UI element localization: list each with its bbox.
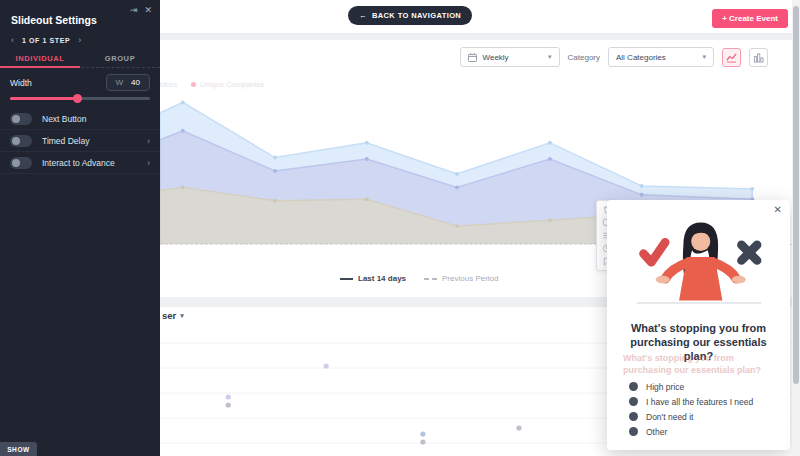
toggle-label: Next Button [42, 114, 86, 124]
width-value: 40 [131, 78, 140, 87]
panel-title: Slideout Settings [11, 14, 97, 26]
toggle-knob [12, 137, 20, 145]
show-button[interactable]: SHOW [0, 442, 37, 456]
interact-to-advance-toggle[interactable] [10, 157, 32, 169]
toggle-knob [12, 159, 20, 167]
tab-individual[interactable]: INDIVIDUAL [0, 50, 80, 67]
face [691, 232, 710, 251]
vertical-scrollbar[interactable] [792, 0, 800, 456]
toggle-row-interact-advance: Interact to Advance › [0, 152, 160, 174]
step-navigator: ‹ 1 OF 1 STEP › [11, 36, 81, 45]
create-event-label: + Create Event [722, 14, 778, 23]
timed-delay-toggle[interactable] [10, 135, 32, 147]
panel-window-controls: ⇥ ✕ [130, 6, 152, 15]
create-event-button[interactable]: + Create Event [712, 9, 788, 28]
legend-previous-label: Previous Period [442, 274, 498, 283]
close-panel-icon[interactable]: ✕ [144, 6, 152, 15]
category-label: Category [568, 53, 600, 62]
checkmark-icon [643, 242, 665, 262]
toggle-row-timed-delay: Timed Delay › [0, 130, 160, 152]
back-arrow-icon: ← [359, 11, 367, 20]
survey-question-ghost: What's stopping you from purchasing our … [623, 353, 774, 376]
right-hand [731, 276, 745, 284]
survey-option[interactable]: High price [629, 379, 780, 394]
next-step-icon[interactable]: › [78, 36, 81, 45]
panel-tabs: INDIVIDUAL GROUP [0, 50, 160, 68]
back-button-label: BACK TO NAVIGATION [372, 11, 461, 20]
step-label: 1 OF 1 STEP [22, 37, 70, 44]
left-hand [655, 276, 669, 284]
chevron-right-icon[interactable]: › [147, 158, 150, 168]
chevron-down-icon: ▾ [548, 53, 552, 61]
chevron-down-icon: ▾ [702, 53, 706, 61]
next-button-toggle[interactable] [10, 113, 32, 125]
back-to-navigation-button[interactable]: ← BACK TO NAVIGATION [348, 6, 472, 25]
option-label: Don't need it [646, 412, 693, 422]
survey-option[interactable]: I have all the features I need [629, 394, 780, 409]
line-chart-icon [726, 52, 737, 63]
chevron-down-icon: ▾ [180, 312, 184, 320]
legend-label: Unique Companies [200, 80, 264, 89]
toggle-row-next-button: Next Button [0, 108, 160, 130]
toggle-label: Timed Delay [42, 136, 89, 146]
period-legend: Last 14 days Previous Period [340, 274, 499, 283]
calendar-icon [468, 53, 477, 62]
option-label: I have all the features I need [646, 397, 753, 407]
option-label: Other [646, 427, 667, 437]
scrollbar-thumb[interactable] [793, 6, 799, 384]
width-label: Width [10, 78, 32, 88]
radio-dot [629, 397, 638, 406]
survey-option[interactable]: Don't need it [629, 409, 780, 424]
legend-dot [191, 82, 196, 87]
bar-chart-toggle-button[interactable] [749, 48, 768, 67]
width-control-row: Width W 40 [10, 74, 150, 91]
line-chart-toggle-button[interactable] [722, 48, 741, 67]
tab-group[interactable]: GROUP [80, 50, 160, 67]
option-label: High price [646, 382, 684, 392]
period-value: Weekly [483, 53, 509, 62]
width-unit: W [116, 78, 124, 87]
prev-step-icon[interactable]: ‹ [11, 36, 14, 45]
width-value-input[interactable]: W 40 [106, 74, 150, 91]
survey-popup: ✕ What's stopping you from purchasing ou… [607, 200, 790, 450]
slider-fill [10, 97, 77, 100]
radio-dot [629, 412, 638, 421]
solid-line-swatch [340, 278, 353, 280]
bar-chart-icon [753, 52, 764, 63]
shrugging-woman-illustration [621, 212, 777, 316]
category-select[interactable]: All Categories ▾ [608, 47, 714, 67]
dock-panel-icon[interactable]: ⇥ [130, 6, 138, 15]
toggle-label: Interact to Advance [42, 158, 115, 168]
radio-dot [629, 427, 638, 436]
period-select[interactable]: Weekly ▾ [460, 47, 560, 67]
chart-controls: Weekly ▾ Category All Categories ▾ [460, 47, 768, 67]
toggle-knob [12, 115, 20, 123]
slideout-settings-panel: ⇥ ✕ Slideout Settings ‹ 1 OF 1 STEP › IN… [0, 0, 160, 456]
category-value: All Categories [616, 53, 666, 62]
toggle-list: Next Button Timed Delay › Interact to Ad… [0, 108, 160, 174]
legend-previous-period[interactable]: Previous Period [424, 274, 498, 283]
legend-current-period[interactable]: Last 14 days [340, 274, 406, 283]
section-header-dropdown[interactable]: ser ▾ [162, 310, 184, 321]
cross-icon [741, 245, 757, 261]
survey-option[interactable]: Other [629, 424, 780, 439]
survey-options: High price I have all the features I nee… [629, 379, 780, 439]
legend-current-label: Last 14 days [358, 274, 406, 283]
chevron-right-icon[interactable]: › [147, 136, 150, 146]
radio-dot [629, 382, 638, 391]
section-header-fragment: ser [162, 310, 176, 321]
slider-handle[interactable] [73, 94, 82, 103]
dashed-line-swatch [424, 278, 437, 280]
width-slider[interactable] [10, 97, 150, 100]
legend-item-companies: Unique Companies [191, 80, 264, 89]
